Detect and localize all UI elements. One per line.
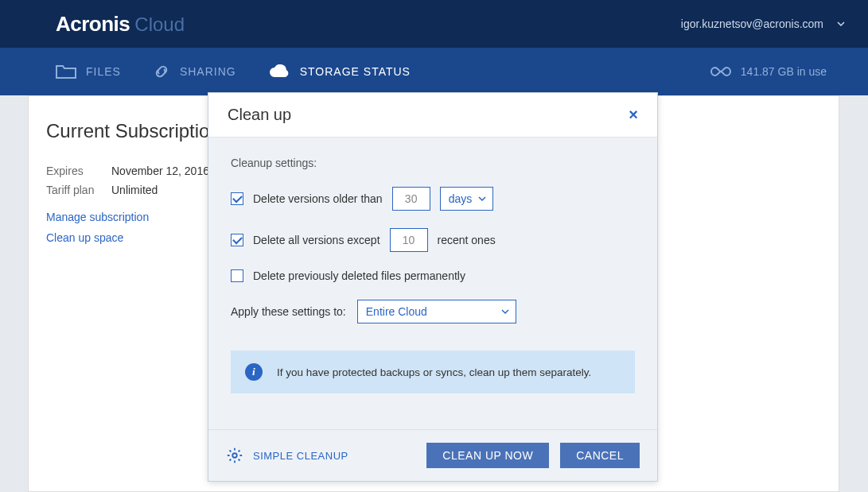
cleanup-now-button[interactable]: CLEAN UP NOW <box>426 443 549 468</box>
tariff-label: Tariff plan <box>46 184 95 196</box>
modal-body: Cleanup settings: Delete versions older … <box>208 138 657 393</box>
user-menu[interactable]: igor.kuznetsov@acronis.com <box>681 17 846 30</box>
chevron-down-icon <box>836 19 846 29</box>
cleanup-settings-label: Cleanup settings: <box>231 157 635 169</box>
checkbox-delete-older[interactable] <box>231 192 243 205</box>
modal-title: Clean up <box>228 106 291 124</box>
option-delete-except: Delete all versions except recent ones <box>231 228 635 252</box>
expires-label: Expires <box>46 165 95 177</box>
time-unit-select[interactable]: days <box>440 187 494 211</box>
option-delete-older-label: Delete versions older than <box>253 192 383 205</box>
storage-usage-text: 141.87 GB in use <box>741 65 827 78</box>
option-delete-older: Delete versions older than days <box>231 187 635 211</box>
older-than-value[interactable] <box>392 187 430 211</box>
cleanup-modal: Clean up × Cleanup settings: Delete vers… <box>208 92 658 482</box>
infinity-icon <box>710 66 731 77</box>
chevron-down-icon <box>501 308 509 316</box>
apply-target-value: Entire Cloud <box>366 305 427 318</box>
apply-target-select[interactable]: Entire Cloud <box>357 300 516 323</box>
nav-sharing[interactable]: SHARING <box>153 63 236 80</box>
navbar: FILES SHARING STORAGE STATUS 141.87 GB i… <box>0 48 868 95</box>
storage-usage: 141.87 GB in use <box>710 65 827 78</box>
option-delete-except-label: Delete all versions except <box>253 234 380 246</box>
apply-settings-label: Apply these settings to: <box>231 305 346 318</box>
except-value[interactable] <box>390 228 428 252</box>
brand-sub: Cloud <box>134 14 185 36</box>
gear-icon <box>226 447 243 464</box>
expires-value: November 12, 2016 <box>111 165 209 177</box>
tariff-value: Unlimited <box>111 184 158 196</box>
option-delete-permanent: Delete previously deleted files permanen… <box>231 269 635 282</box>
nav-sharing-label: SHARING <box>180 65 236 78</box>
nav-files-label: FILES <box>86 65 121 78</box>
user-email: igor.kuznetsov@acronis.com <box>681 17 823 30</box>
apply-settings-row: Apply these settings to: Entire Cloud <box>231 300 635 323</box>
brand-logo[interactable]: Acronis Cloud <box>56 12 185 37</box>
chevron-down-icon <box>478 195 486 203</box>
nav-storage-status[interactable]: STORAGE STATUS <box>268 64 411 79</box>
brand-main: Acronis <box>56 12 130 37</box>
option-delete-permanent-label: Delete previously deleted files permanen… <box>253 269 465 282</box>
cancel-button[interactable]: CANCEL <box>560 443 640 468</box>
checkbox-delete-permanent[interactable] <box>231 269 243 282</box>
topbar: Acronis Cloud igor.kuznetsov@acronis.com <box>0 0 868 48</box>
time-unit-value: days <box>449 192 473 205</box>
close-icon[interactable]: × <box>629 106 638 124</box>
info-text: If you have protected backups or syncs, … <box>277 366 591 378</box>
cloud-icon <box>268 64 290 79</box>
svg-point-0 <box>232 453 237 458</box>
simple-cleanup-label: SIMPLE CLEANUP <box>253 450 348 462</box>
nav-storage-label: STORAGE STATUS <box>300 65 411 78</box>
nav-files[interactable]: FILES <box>56 64 121 79</box>
simple-cleanup-link[interactable]: SIMPLE CLEANUP <box>226 447 348 464</box>
nav-left: FILES SHARING STORAGE STATUS <box>56 63 411 80</box>
folder-icon <box>56 64 76 79</box>
info-icon: i <box>245 363 263 381</box>
link-icon <box>153 63 170 80</box>
modal-footer: SIMPLE CLEANUP CLEAN UP NOW CANCEL <box>208 429 657 481</box>
option-delete-except-suffix: recent ones <box>438 234 496 246</box>
modal-actions: CLEAN UP NOW CANCEL <box>426 443 640 468</box>
checkbox-delete-except[interactable] <box>231 234 243 246</box>
modal-header: Clean up × <box>208 93 657 138</box>
info-banner: i If you have protected backups or syncs… <box>231 351 635 393</box>
